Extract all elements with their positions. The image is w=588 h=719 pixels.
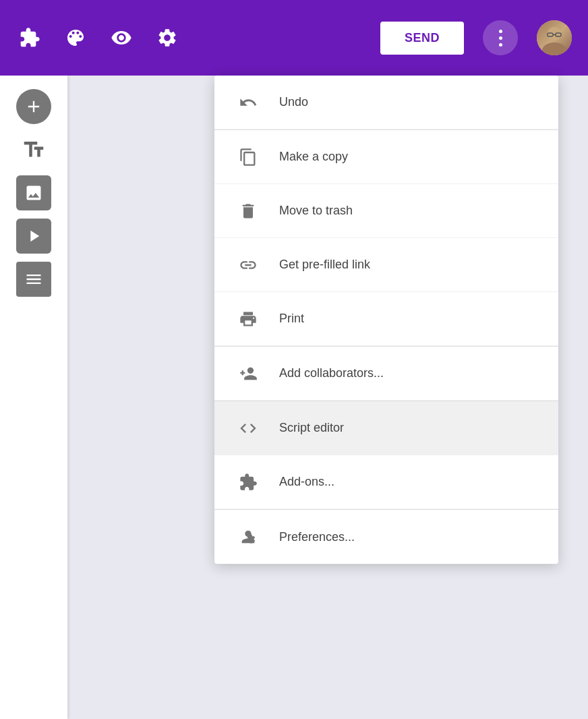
sidebar-text-button[interactable] [16, 132, 51, 167]
palette-icon[interactable] [62, 24, 89, 51]
menu-item-collaborators[interactable]: Add collaborators... [214, 347, 558, 401]
menu-item-undo[interactable]: Undo [214, 76, 558, 130]
avatar-image [537, 20, 572, 55]
menu-item-print[interactable]: Print [214, 292, 558, 346]
addons-puzzle-icon [236, 470, 260, 494]
eye-icon[interactable] [108, 24, 135, 51]
svg-point-1 [542, 42, 566, 55]
print-label: Print [279, 312, 304, 326]
code-icon [236, 416, 260, 440]
menu-item-move-trash[interactable]: Move to trash [214, 184, 558, 238]
sidebar-video-button[interactable] [16, 219, 51, 254]
undo-label: Undo [279, 95, 308, 109]
collaborators-icon [236, 362, 260, 386]
menu-item-preferences[interactable]: Preferences... [214, 510, 558, 564]
trash-icon [236, 199, 260, 223]
move-trash-label: Move to trash [279, 204, 353, 218]
three-dots-icon [499, 30, 502, 47]
send-button[interactable]: SEND [380, 22, 464, 55]
more-options-button[interactable] [483, 20, 518, 55]
puzzle-icon[interactable] [16, 24, 43, 51]
sidebar [0, 76, 67, 719]
svg-point-2 [548, 27, 561, 40]
menu-item-make-copy[interactable]: Make a copy [214, 130, 558, 184]
copy-icon [236, 145, 260, 169]
header: SEND [0, 0, 588, 76]
menu-item-addons[interactable]: Add-ons... [214, 455, 558, 509]
collaborators-label: Add collaborators... [279, 366, 384, 380]
dropdown-menu: Undo Make a copy Move to trash Get pre-f… [214, 76, 558, 564]
preferences-label: Preferences... [279, 530, 355, 544]
menu-item-prefilled-link[interactable]: Get pre-filled link [214, 238, 558, 292]
make-copy-label: Make a copy [279, 150, 348, 164]
undo-icon [236, 90, 260, 115]
print-icon [236, 307, 260, 331]
addons-label: Add-ons... [279, 475, 334, 489]
menu-item-script-editor[interactable]: Script editor [214, 401, 558, 455]
script-editor-label: Script editor [279, 421, 344, 435]
gear-icon[interactable] [154, 24, 181, 51]
sidebar-add-button[interactable] [16, 89, 51, 124]
avatar[interactable] [537, 20, 572, 55]
sidebar-image-button[interactable] [16, 175, 51, 210]
preferences-icon [236, 525, 260, 549]
sidebar-sections-button[interactable] [16, 262, 51, 297]
link-icon [236, 253, 260, 277]
prefilled-link-label: Get pre-filled link [279, 258, 370, 272]
